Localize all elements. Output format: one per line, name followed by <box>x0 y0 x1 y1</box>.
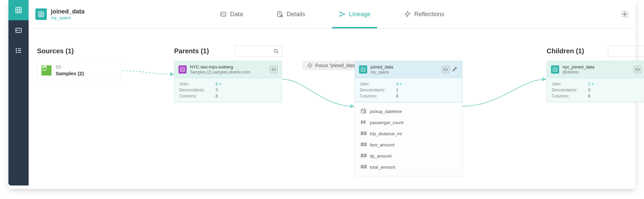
focus-subtitle: my_space <box>371 70 393 75</box>
column-row[interactable]: fare_amount <box>360 139 457 150</box>
svg-line-60 <box>361 120 362 124</box>
open-sql-icon[interactable] <box>270 66 278 73</box>
column-row[interactable]: trip_distance_mi <box>360 128 457 139</box>
page-header: joined_data my_space Data Details Lineag… <box>29 0 636 29</box>
column-name: trip_distance_mi <box>370 131 402 136</box>
nav-jobs-icon[interactable] <box>8 40 29 61</box>
physical-dataset-icon <box>179 65 187 74</box>
svg-line-37 <box>277 52 278 53</box>
svg-rect-13 <box>39 12 44 17</box>
type-icon <box>360 119 366 126</box>
bucket-icon <box>41 65 52 76</box>
svg-point-59 <box>364 111 365 113</box>
children-search[interactable] <box>608 46 644 57</box>
svg-line-79 <box>366 142 367 146</box>
tab-details[interactable]: Details <box>277 0 305 28</box>
svg-line-74 <box>363 142 363 146</box>
svg-line-92 <box>363 165 363 169</box>
lineage-canvas: Focus “joined_data” Sources (1) Parents … <box>29 29 636 186</box>
svg-line-69 <box>365 131 365 135</box>
svg-rect-48 <box>361 67 365 72</box>
svg-line-97 <box>366 165 367 169</box>
svg-point-7 <box>16 48 17 49</box>
type-icon <box>360 152 366 160</box>
svg-line-61 <box>364 120 365 124</box>
nav-datasets-icon[interactable] <box>8 0 29 20</box>
source-name: Samples (2) <box>56 70 84 77</box>
column-name: fare_amount <box>370 142 394 147</box>
svg-point-27 <box>344 13 345 15</box>
svg-point-8 <box>16 50 17 51</box>
type-icon <box>360 108 366 115</box>
settings-gear-icon[interactable] <box>621 10 629 20</box>
svg-marker-28 <box>405 11 410 17</box>
dataset-path[interactable]: my_space <box>51 15 85 20</box>
svg-line-88 <box>366 153 367 158</box>
svg-point-25 <box>340 12 341 13</box>
svg-point-68 <box>364 135 365 135</box>
svg-point-77 <box>364 146 365 146</box>
tab-reflections[interactable]: Reflections <box>404 0 444 28</box>
child-subtitle: @dremio <box>562 70 594 75</box>
children-label: Children (1) <box>547 47 584 55</box>
source-type: S3 <box>56 64 84 70</box>
edit-icon[interactable] <box>452 66 458 73</box>
focus-node[interactable]: joined_data my_space Jobs:4 » Descendant… <box>355 61 462 102</box>
column-name: tip_amount <box>370 153 391 159</box>
open-sql-icon[interactable] <box>634 66 641 73</box>
type-icon <box>360 130 366 137</box>
svg-line-65 <box>363 131 363 135</box>
svg-line-70 <box>366 131 367 135</box>
svg-rect-100 <box>553 67 557 72</box>
focus-button[interactable]: Focus “joined_data” <box>302 61 362 70</box>
column-name: total_amount <box>370 165 395 170</box>
parents-label: Parents (1) <box>174 47 209 55</box>
source-node[interactable]: S3 Samples (2) <box>37 61 121 80</box>
svg-point-9 <box>16 52 17 53</box>
svg-line-82 <box>361 153 362 158</box>
column-row[interactable]: pickup_datetime <box>360 106 457 117</box>
column-row[interactable]: tip_amount <box>360 150 457 162</box>
column-name: pickup_datetime <box>370 109 402 114</box>
sources-label: Sources (1) <box>37 47 74 55</box>
parent-subtitle: Samples (2).samples.dremio.com <box>190 70 250 75</box>
svg-line-24 <box>282 17 283 17</box>
svg-point-86 <box>364 157 365 158</box>
svg-point-36 <box>274 49 277 52</box>
open-sql-icon[interactable] <box>442 66 449 73</box>
svg-rect-0 <box>16 7 22 13</box>
dataset-name: joined_data <box>51 8 85 15</box>
virtual-dataset-icon <box>359 65 367 74</box>
child-node[interactable]: nyc_joined_data @dremio Jobs:2 » Descend… <box>547 61 644 102</box>
nav-sql-icon[interactable] <box>8 20 29 40</box>
dataset-icon <box>35 8 47 20</box>
parent-title: NYC-taxi-trips-iceberg <box>190 64 250 70</box>
child-title: nyc_joined_data <box>562 64 594 70</box>
virtual-dataset-icon <box>551 65 559 74</box>
focus-jobs-link[interactable]: 4 » <box>396 82 402 86</box>
svg-line-87 <box>365 153 365 158</box>
child-jobs-link[interactable]: 2 » <box>588 82 594 86</box>
column-row[interactable]: total_amount <box>360 162 457 173</box>
parent-jobs-link[interactable]: 9 » <box>216 82 221 86</box>
svg-line-73 <box>361 142 362 146</box>
svg-point-95 <box>364 168 365 169</box>
tab-lineage[interactable]: Lineage <box>339 0 371 28</box>
parents-search[interactable] <box>235 46 282 57</box>
parent-node[interactable]: NYC-taxi-trips-iceberg Samples (2).sampl… <box>174 61 282 102</box>
svg-point-26 <box>340 15 341 16</box>
svg-line-78 <box>365 142 365 146</box>
focus-title: joined_data <box>371 64 393 70</box>
focus-columns-list: pickup_datetimepassenger_counttrip_dista… <box>355 102 462 176</box>
type-icon <box>360 164 366 171</box>
tab-data[interactable]: Data <box>220 0 243 28</box>
column-row[interactable]: passenger_count <box>360 117 457 128</box>
svg-line-64 <box>361 131 362 135</box>
svg-line-83 <box>363 153 363 158</box>
svg-line-96 <box>365 165 365 169</box>
svg-line-91 <box>361 165 362 169</box>
svg-point-31 <box>310 65 311 66</box>
type-icon <box>360 141 366 148</box>
left-nav <box>8 0 29 186</box>
svg-rect-41 <box>181 67 185 72</box>
